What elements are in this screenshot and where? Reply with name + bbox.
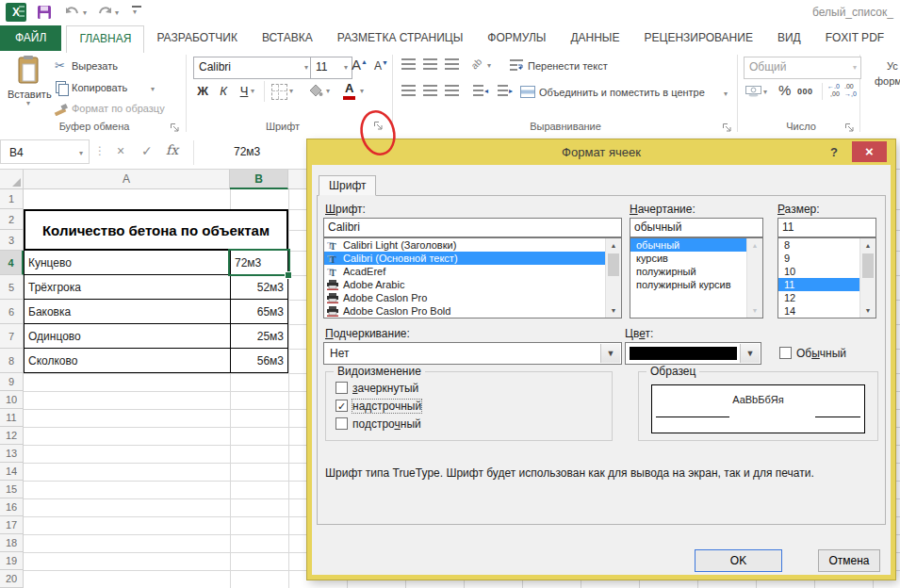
copy-label[interactable]: Копировать bbox=[72, 82, 127, 93]
scroll-up-icon[interactable]: ▲ bbox=[860, 238, 875, 253]
name-box[interactable]: B4 ▾ bbox=[0, 139, 90, 164]
color-dropdown[interactable]: ▼ bbox=[625, 342, 761, 365]
scrollbar-thumb[interactable] bbox=[862, 253, 874, 278]
accounting-format-icon[interactable] bbox=[745, 85, 761, 97]
list-item[interactable]: 9 bbox=[778, 252, 860, 265]
subscript-label[interactable]: подстрочный bbox=[352, 417, 421, 431]
dialog-help-button[interactable]: ? bbox=[824, 139, 844, 165]
font-name-input[interactable]: Calibri bbox=[323, 218, 622, 237]
tab-вид[interactable]: ВИД bbox=[765, 25, 813, 51]
table-row[interactable]: Одинцово25м3 bbox=[24, 324, 288, 349]
row-header-6[interactable]: 6 bbox=[0, 300, 24, 324]
row-header-17[interactable]: 17 bbox=[0, 516, 24, 534]
row-header-20[interactable]: 20 bbox=[0, 570, 24, 588]
redo-dropdown-icon[interactable]: ▾ bbox=[115, 9, 119, 17]
row-header-16[interactable]: 16 bbox=[0, 498, 24, 516]
tab-данные[interactable]: ДАННЫЕ bbox=[558, 25, 631, 51]
insert-function-icon[interactable]: fx bbox=[166, 142, 178, 157]
dropdown-arrow-icon[interactable]: ▼ bbox=[740, 344, 760, 363]
undo-icon[interactable] bbox=[64, 6, 80, 19]
list-item[interactable]: 14 bbox=[778, 304, 860, 318]
size-listbox[interactable]: 8910111214 ▲ ▼ bbox=[777, 237, 876, 318]
tab-font[interactable]: Шрифт bbox=[319, 175, 376, 196]
list-item[interactable]: TTAcadEref bbox=[324, 265, 606, 278]
align-top-icon[interactable] bbox=[401, 58, 416, 70]
redo-icon[interactable] bbox=[97, 6, 113, 19]
align-left-icon[interactable] bbox=[401, 85, 416, 96]
shrink-font-button[interactable]: А▼ bbox=[374, 59, 388, 73]
font-size-combo[interactable]: 11 ▾ bbox=[310, 57, 352, 79]
percent-style-button[interactable]: % bbox=[778, 82, 791, 98]
merge-center-caret-icon[interactable]: ▾ bbox=[724, 90, 728, 98]
increase-decimal-button[interactable]: ←.0,00 bbox=[827, 83, 840, 98]
table-row[interactable]: Трёхгрока52м3 bbox=[24, 275, 288, 300]
bold-button[interactable]: Ж bbox=[194, 81, 211, 102]
namebox-separator[interactable]: ⋮ bbox=[94, 144, 106, 157]
dropdown-arrow-icon[interactable]: ▼ bbox=[600, 344, 620, 363]
ok-button[interactable]: OK bbox=[695, 549, 782, 572]
row-header-11[interactable]: 11 bbox=[0, 409, 24, 427]
decrease-decimal-button[interactable]: .00→,0 bbox=[844, 83, 857, 98]
size-list-scrollbar[interactable]: ▲ ▼ bbox=[859, 238, 875, 318]
align-center-icon[interactable] bbox=[423, 85, 437, 96]
list-item[interactable]: Adobe Caslon Pro Bold bbox=[324, 304, 606, 318]
clipboard-dialog-launcher-icon[interactable] bbox=[170, 122, 180, 133]
italic-button[interactable]: К bbox=[215, 81, 232, 102]
comma-style-button[interactable]: 000 bbox=[797, 87, 813, 96]
merge-center-icon[interactable] bbox=[520, 86, 535, 98]
paste-button[interactable]: Вставить ▾ bbox=[8, 55, 49, 107]
alignment-dialog-launcher-icon[interactable] bbox=[722, 122, 732, 133]
tab-формулы[interactable]: ФОРМУЛЫ bbox=[475, 25, 558, 51]
underline-dropdown[interactable]: Нет ▼ bbox=[323, 342, 622, 365]
superscript-checkbox[interactable]: ✓ bbox=[335, 400, 348, 412]
row-header-8[interactable]: 8 bbox=[0, 349, 24, 373]
orientation-icon[interactable]: ab bbox=[469, 57, 484, 72]
list-item[interactable]: полужирный bbox=[630, 265, 747, 278]
scrollbar-thumb[interactable] bbox=[608, 253, 619, 276]
font-dialog-launcher-icon[interactable] bbox=[373, 121, 384, 131]
font-style-input[interactable]: обычный bbox=[630, 218, 763, 237]
cell-volume-value[interactable]: 56м3 bbox=[231, 349, 287, 372]
fill-color-caret-icon[interactable]: ▾ bbox=[326, 88, 330, 95]
list-item[interactable]: обычный bbox=[630, 238, 747, 252]
scroll-up-icon[interactable]: ▲ bbox=[606, 238, 621, 253]
select-all-corner[interactable] bbox=[0, 170, 24, 189]
list-item[interactable]: курсив bbox=[630, 252, 747, 265]
underline-caret-icon[interactable]: ▾ bbox=[251, 88, 254, 95]
font-color-button[interactable]: А bbox=[345, 81, 353, 95]
cell-volume-value[interactable]: 65м3 bbox=[231, 300, 287, 323]
strikethrough-checkbox[interactable] bbox=[335, 382, 348, 394]
wrap-text-icon[interactable] bbox=[510, 59, 524, 72]
scroll-down-icon[interactable]: ▼ bbox=[606, 303, 621, 318]
cut-label[interactable]: Вырезать bbox=[72, 60, 118, 72]
merge-center-label[interactable]: Объединить и поместить в центре bbox=[539, 87, 705, 98]
style-listbox[interactable]: обычныйкурсивполужирныйполужирный курсив… bbox=[630, 237, 763, 318]
list-item[interactable]: 10 bbox=[778, 265, 860, 278]
tab-разметка-страницы[interactable]: РАЗМЕТКА СТРАНИЦЫ bbox=[325, 25, 476, 51]
fill-handle[interactable] bbox=[285, 271, 292, 279]
row-header-1[interactable]: 1 bbox=[0, 189, 24, 209]
cancel-button[interactable]: Отмена bbox=[818, 549, 880, 572]
subscript-checkbox[interactable] bbox=[335, 417, 348, 430]
cell-object-name[interactable]: Кунцево bbox=[25, 251, 231, 274]
orientation-caret-icon[interactable]: ▾ bbox=[487, 62, 491, 70]
row-header-13[interactable]: 13 bbox=[0, 445, 24, 463]
column-header-a[interactable]: A bbox=[24, 170, 230, 189]
number-format-combo[interactable]: Общий ▾ bbox=[744, 57, 861, 79]
number-dialog-launcher-icon[interactable] bbox=[844, 122, 855, 133]
list-item[interactable]: Adobe Caslon Pro bbox=[324, 291, 606, 304]
table-row[interactable]: Баковка65м3 bbox=[24, 300, 288, 324]
row-header-10[interactable]: 10 bbox=[0, 391, 24, 409]
decrease-indent-icon[interactable] bbox=[473, 85, 483, 96]
cell-object-name[interactable]: Сколково bbox=[25, 349, 231, 372]
row-header-12[interactable]: 12 bbox=[0, 427, 24, 445]
cell-object-name[interactable]: Трёхгрока bbox=[25, 275, 231, 299]
cancel-entry-icon[interactable]: × bbox=[117, 143, 124, 158]
tab-разработчик[interactable]: РАЗРАБОТЧИК bbox=[144, 25, 250, 51]
borders-button-icon[interactable] bbox=[271, 84, 287, 100]
formula-input-value[interactable]: 72м3 bbox=[234, 145, 260, 158]
normal-font-checkbox[interactable] bbox=[779, 347, 792, 359]
conditional-format-label-line1[interactable]: Ус bbox=[887, 60, 898, 72]
merged-title-cell[interactable]: Количество бетона по объектам bbox=[24, 209, 288, 251]
table-row[interactable]: Сколково56м3 bbox=[24, 349, 288, 373]
